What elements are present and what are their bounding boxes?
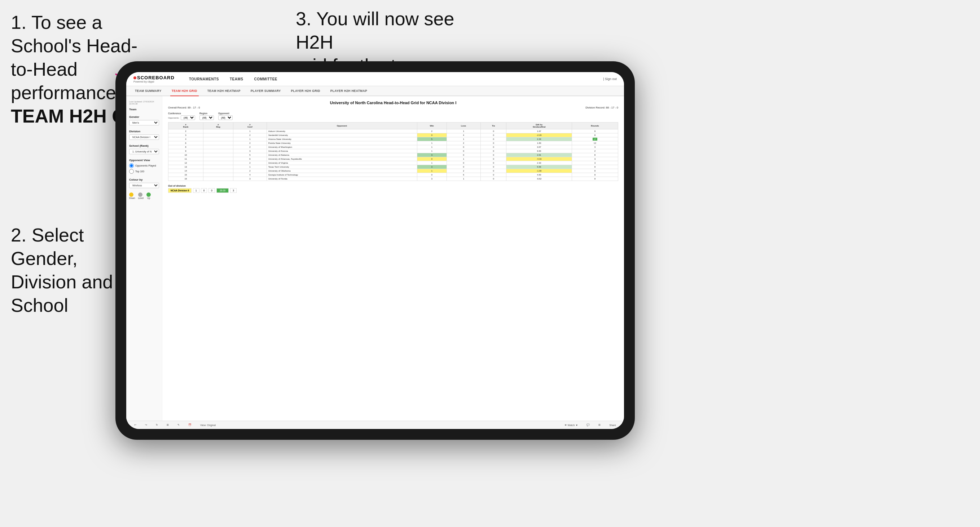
records-row: Overall Record: 89 - 17 - 0 Division Rec… <box>168 106 618 109</box>
cell-loss: 0 <box>447 161 480 165</box>
cell-tie: 0 <box>480 169 506 173</box>
cell-tie: 0 <box>480 137 506 141</box>
division-section: Division NCAA Division I <box>129 130 159 140</box>
ncaa-div-win: 1 <box>193 188 199 193</box>
cell-rank: 4 <box>169 137 204 141</box>
color-level-label: Level <box>138 197 144 199</box>
team-label: Team <box>129 108 159 111</box>
ncaa-div-diff: 26.00 <box>216 188 229 193</box>
sub-nav: TEAM SUMMARY TEAM H2H GRID TEAM H2H HEAT… <box>126 86 624 96</box>
table-row: 10 5 University of Alabama 3 0 0 2.61 8 <box>169 153 618 157</box>
cell-loss: 1 <box>447 157 480 161</box>
ncaa-div-loss: 0 <box>201 188 207 193</box>
cell-loss: 4 <box>447 133 480 137</box>
cell-reg <box>203 157 233 161</box>
color-up-label: Up <box>146 197 151 199</box>
school-select[interactable]: 1. University of Nort... <box>129 149 159 154</box>
cell-loss: 1 <box>447 177 480 181</box>
cell-diff: 2.29 <box>506 137 572 141</box>
filters-row: Conference Opponents: (All) Region (All) <box>168 112 618 120</box>
undo-button[interactable]: ↩ <box>132 423 138 427</box>
cell-opponent: University of Alabama <box>267 153 417 157</box>
table-row: 8 2 University of Washington 1 0 0 3.67 … <box>169 145 618 149</box>
cell-tie: 0 <box>480 173 506 177</box>
out-of-div-label: Out of division <box>168 184 618 187</box>
opponent-select[interactable]: (All) <box>218 115 233 120</box>
conference-select[interactable]: (All) <box>181 115 195 120</box>
table-row: 4 1 Arizona State University 5 1 0 2.29 … <box>169 137 618 141</box>
cell-win: 3 <box>417 153 447 157</box>
col-reg: #Reg <box>203 122 233 129</box>
grid-title: University of North Carolina Head-to-Hea… <box>168 100 618 105</box>
redo-button[interactable]: ↪ <box>143 423 150 427</box>
cell-opponent: University of Virginia <box>267 161 417 165</box>
division-select[interactable]: NCAA Division I <box>129 135 159 140</box>
view-original-button[interactable]: View: Original <box>198 423 218 427</box>
main-content: Last Updated: 27/03/202416:55:38 Team Ge… <box>126 96 624 421</box>
tab-team-h2h-grid[interactable]: TEAM H2H GRID <box>170 86 199 96</box>
logo: SCOREBOARD Powered by clippd <box>134 75 175 83</box>
division-label: Division <box>129 130 159 133</box>
colour-by-select[interactable]: Win/loss <box>129 183 159 188</box>
team-section: Team <box>129 108 159 111</box>
cell-rank: 11 <box>169 157 204 161</box>
cell-reg <box>203 177 233 181</box>
cell-diff: 5.56 <box>506 165 572 169</box>
table-row: 3 2 Vanderbilt University 0 4 0 -2.29 8 <box>169 133 618 137</box>
cell-reg <box>203 149 233 153</box>
radio-top100[interactable]: Top 100 <box>129 169 159 174</box>
cell-win: 3 <box>417 177 447 181</box>
col-rounds: Rounds <box>572 122 618 129</box>
tab-player-h2h-heatmap[interactable]: PLAYER H2H HEATMAP <box>329 86 369 96</box>
region-select[interactable]: (All) <box>199 115 214 120</box>
share-button[interactable]: Share <box>607 423 618 427</box>
cell-tie: 0 <box>480 157 506 161</box>
cell-opponent: Georgia Institute of Technology <box>267 173 417 177</box>
cell-diff: 1.67 <box>506 129 572 133</box>
clock-button[interactable]: ⏰ <box>186 423 194 427</box>
gender-section: Gender Men's <box>129 115 159 125</box>
cell-win: 1 <box>417 149 447 153</box>
nav-tournaments[interactable]: TOURNAMENTS <box>189 76 219 83</box>
ncaa-div-tie: 0 <box>208 188 215 193</box>
cell-rank: 10 <box>169 153 204 157</box>
gender-select[interactable]: Men's <box>129 120 159 125</box>
table-row: 14 2 University of Oklahoma 1 2 0 -1.00 … <box>169 169 618 173</box>
cell-conf: 1 <box>233 165 267 169</box>
col-win: Win <box>417 122 447 129</box>
layout-button[interactable]: ⊞ <box>596 423 603 427</box>
gender-label: Gender <box>129 115 159 119</box>
nav-teams[interactable]: TEAMS <box>230 76 243 83</box>
sign-out-button[interactable]: | Sign out <box>603 77 617 81</box>
grid-area: University of North Carolina Head-to-Hea… <box>162 96 624 421</box>
watch-button[interactable]: 👁 Watch ▼ <box>562 423 580 427</box>
cell-opponent: Vanderbilt University <box>267 133 417 137</box>
cell-reg <box>203 161 233 165</box>
nav-committee[interactable]: COMMITTEE <box>254 76 278 83</box>
cell-rank: 3 <box>169 133 204 137</box>
cell-loss: 0 <box>447 145 480 149</box>
table-row: 16 3 University of Florida 3 1 0 -6.62 9 <box>169 177 618 181</box>
table-row: 11 6 University of Arkansas, Fayettevill… <box>169 157 618 161</box>
radio-opponents-played[interactable]: Opponents Played <box>129 163 159 168</box>
table-row: 9 3 University of Arizona 1 0 0 9.00 2 <box>169 149 618 153</box>
comment-button[interactable]: 💬 <box>584 423 592 427</box>
cell-rounds: 8 <box>572 153 618 157</box>
tab-player-summary[interactable]: PLAYER SUMMARY <box>249 86 282 96</box>
col-tie: Tie <box>480 122 506 129</box>
refresh-button[interactable]: ↻ <box>154 423 160 427</box>
tab-team-summary[interactable]: TEAM SUMMARY <box>134 86 163 96</box>
colour-by-section: Colour by Win/loss <box>129 178 159 188</box>
opponent-label: Opponent <box>218 112 233 114</box>
cell-reg <box>203 137 233 141</box>
cell-opponent: University of Arizona <box>267 149 417 153</box>
ncaa-div-row: NCAA Division II 1 0 0 26.00 3 <box>168 188 618 193</box>
out-of-division: Out of division NCAA Division II 1 0 0 2… <box>168 184 618 193</box>
copy-button[interactable]: ⊞ <box>164 423 171 427</box>
tab-team-h2h-heatmap[interactable]: TEAM H2H HEATMAP <box>206 86 242 96</box>
cell-win: 1 <box>417 161 447 165</box>
cell-conf: 1 <box>233 129 267 133</box>
edit-button[interactable]: ✎ <box>175 423 182 427</box>
tab-player-h2h-grid[interactable]: PLAYER H2H GRID <box>290 86 322 96</box>
col-opponent: Opponent <box>267 122 417 129</box>
